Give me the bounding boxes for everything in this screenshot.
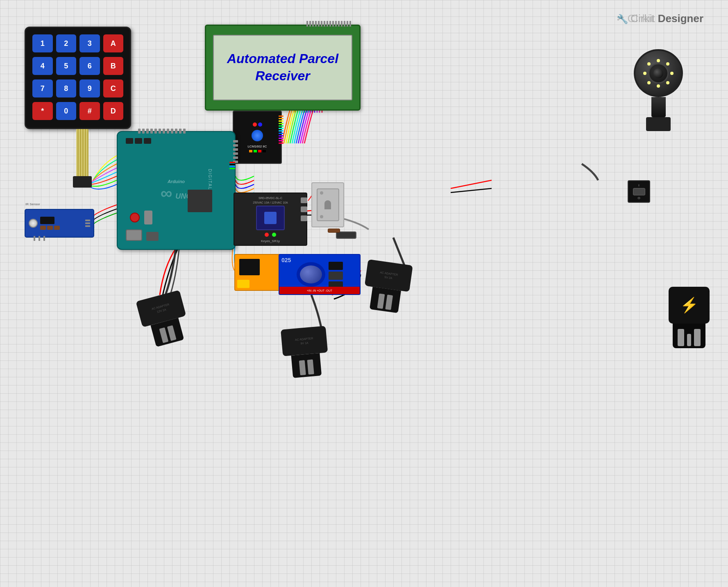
lcd-controller: LCM1602 IIC (233, 111, 282, 164)
relay-name-label: Keyes_SR1y (234, 239, 306, 243)
lock-screws (320, 191, 323, 218)
lcd-text: Automated Parcel Receiver (227, 50, 338, 84)
ip-camera (630, 49, 687, 131)
lightning-icon: ⚡ (680, 297, 699, 314)
keypad-connector (73, 176, 92, 188)
lock-keyhole (324, 200, 331, 209)
ir-chip (40, 217, 54, 224)
resistor-1 (328, 229, 340, 233)
key-D[interactable]: D (103, 102, 124, 120)
relay-coil (256, 206, 285, 230)
key-8[interactable]: 8 (56, 79, 77, 97)
relay-leds (238, 233, 303, 237)
relay-led-status (272, 233, 276, 237)
key-hash[interactable]: # (79, 102, 100, 120)
key-6[interactable]: 6 (79, 57, 100, 75)
lcd-line2: Receiver (255, 68, 310, 83)
relay-module: SRD-05VDC-SL-C 250VAC 10A / 125VAC 10A K… (234, 193, 307, 246)
wrench-icon: 🔧 (617, 14, 630, 24)
arduino-digital-pins (138, 129, 186, 134)
dc-red-bar: +IN -IN +OUT -OUT (279, 287, 360, 294)
key-4[interactable]: 4 (32, 57, 53, 75)
key-1[interactable]: 1 (32, 34, 53, 52)
key-3[interactable]: 3 (79, 34, 100, 52)
ir-components (40, 217, 60, 230)
camera-base (646, 117, 671, 131)
key-2[interactable]: 2 (56, 34, 77, 52)
lcd-controller-left-pins (229, 162, 235, 169)
arduino-atmega-chip (188, 190, 212, 212)
key-star[interactable]: * (32, 102, 53, 120)
keypad-ribbon-cable (76, 129, 88, 178)
camera-ir-leds (640, 55, 677, 92)
lcd-line1: Automated Parcel (227, 51, 338, 66)
arduino-power-port (146, 232, 159, 241)
toggle-switch[interactable]: I O (628, 180, 650, 203)
arduino-crystal (144, 211, 152, 224)
key-A[interactable]: A (103, 34, 124, 52)
relay-led-power (265, 233, 269, 237)
lcd-controller-label: LCM1602 IIC (247, 145, 267, 148)
key-5[interactable]: 5 (56, 57, 77, 75)
gsm-antenna (237, 280, 249, 288)
key-B[interactable]: B (103, 57, 124, 75)
relay-part-label: SRD-05VDC-SL-C (238, 197, 303, 199)
relay-terminals (301, 197, 307, 221)
arduino-logo: Arduino ∞ UNO (161, 179, 192, 202)
gsm-chip (239, 259, 260, 275)
lcd-pins (306, 21, 351, 27)
ir-resistors (40, 226, 60, 230)
ir-led (29, 219, 38, 228)
arduino-small-chips (126, 138, 151, 144)
ir-sensor-label: IR Sensor (25, 202, 40, 206)
arduino-analog-pins (233, 140, 238, 163)
toggle-on-label: I (638, 184, 639, 187)
power-adapter-2: AC ADAPTER 5V 2A (361, 259, 413, 314)
arduino-brand-top: Arduino (161, 179, 192, 184)
toggle-off-label: O (637, 196, 640, 200)
dc-converter: 025 +IN -IN +OUT -OUT (279, 254, 361, 295)
toggle-lever[interactable] (633, 188, 645, 195)
relay-spec-label: 250VAC 10A / 125VAC 10A (238, 201, 303, 204)
keypad-4x4: 1 2 3 A 4 5 6 B 7 8 9 C * 0 # D (25, 27, 131, 129)
camera-neck (651, 97, 666, 117)
ir-sensor-module: IR Sensor (25, 209, 94, 238)
ir-pins (34, 236, 45, 241)
arduino-usb-port (126, 229, 142, 241)
key-7[interactable]: 7 (32, 79, 53, 97)
dc-converter-label: 025 (281, 257, 291, 263)
key-C[interactable]: C (103, 79, 124, 97)
door-lock (311, 182, 344, 227)
key-9[interactable]: 9 (79, 79, 100, 97)
lcd-display: Automated Parcel Receiver (205, 25, 361, 111)
lcd-screen: Automated Parcel Receiver (213, 35, 352, 100)
key-0[interactable]: 0 (56, 102, 77, 120)
dc-toroid-coil (297, 262, 325, 287)
arduino-uno: Arduino ∞ UNO DIGITAL (PWM~) (117, 131, 236, 250)
dc-bar-label: +IN -IN +OUT -OUT (307, 289, 332, 292)
power-adapter-1: AC ADAPTER 12V 2A (136, 290, 192, 349)
arduino-reset-button[interactable] (130, 213, 140, 222)
power-adapter-3: AC ADAPTER 9V 1A (281, 326, 330, 378)
logo-full: 🔧 Cirkit Designer (617, 12, 703, 25)
arduino-infinity-symbol: ∞ (161, 184, 172, 202)
camera-head (634, 49, 683, 97)
power-plug-3prong: ⚡ (669, 287, 710, 348)
lcd-trimmer (252, 130, 263, 141)
lock-body (317, 188, 339, 221)
